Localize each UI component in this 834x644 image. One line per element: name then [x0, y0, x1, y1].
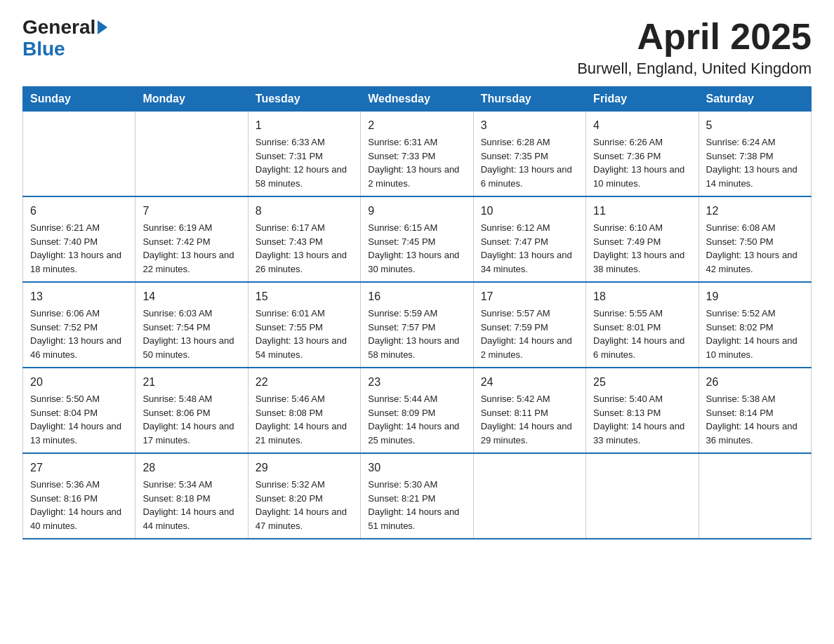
day-cell — [699, 453, 811, 539]
day-info: Sunrise: 6:10 AMSunset: 7:49 PMDaylight:… — [593, 221, 691, 276]
day-number: 23 — [368, 374, 465, 391]
day-cell — [473, 453, 585, 539]
day-number: 8 — [256, 203, 353, 220]
day-info: Sunrise: 5:38 AMSunset: 8:14 PMDaylight:… — [706, 392, 804, 447]
day-info: Sunrise: 5:57 AMSunset: 7:59 PMDaylight:… — [481, 307, 578, 361]
day-cell — [135, 112, 248, 197]
day-cell: 5Sunrise: 6:24 AMSunset: 7:38 PMDaylight… — [699, 112, 811, 197]
day-cell: 14Sunrise: 6:03 AMSunset: 7:54 PMDayligh… — [135, 282, 248, 368]
calendar-header: SundayMondayTuesdayWednesdayThursdayFrid… — [23, 87, 812, 112]
day-info: Sunrise: 5:32 AMSunset: 8:20 PMDaylight:… — [256, 478, 353, 532]
weekday-header-wednesday: Wednesday — [361, 87, 473, 112]
day-number: 22 — [256, 374, 353, 391]
week-row-5: 27Sunrise: 5:36 AMSunset: 8:16 PMDayligh… — [23, 453, 812, 539]
day-info: Sunrise: 5:46 AMSunset: 8:08 PMDaylight:… — [256, 392, 353, 447]
calendar-body: 1Sunrise: 6:33 AMSunset: 7:31 PMDaylight… — [23, 112, 812, 539]
calendar-table: SundayMondayTuesdayWednesdayThursdayFrid… — [22, 86, 812, 539]
day-cell: 3Sunrise: 6:28 AMSunset: 7:35 PMDaylight… — [473, 112, 585, 197]
day-info: Sunrise: 5:44 AMSunset: 8:09 PMDaylight:… — [368, 392, 465, 447]
day-cell: 15Sunrise: 6:01 AMSunset: 7:55 PMDayligh… — [248, 282, 360, 368]
day-cell: 20Sunrise: 5:50 AMSunset: 8:04 PMDayligh… — [23, 368, 135, 453]
day-info: Sunrise: 5:59 AMSunset: 7:57 PMDaylight:… — [368, 307, 465, 361]
day-info: Sunrise: 6:08 AMSunset: 7:50 PMDaylight:… — [706, 221, 804, 276]
day-info: Sunrise: 5:42 AMSunset: 8:11 PMDaylight:… — [481, 392, 578, 447]
day-number: 30 — [368, 459, 465, 476]
day-cell: 29Sunrise: 5:32 AMSunset: 8:20 PMDayligh… — [248, 453, 360, 539]
logo-general: General — [22, 17, 107, 39]
day-info: Sunrise: 6:21 AMSunset: 7:40 PMDaylight:… — [30, 221, 128, 276]
day-number: 15 — [256, 288, 353, 305]
logo: General Blue — [22, 17, 107, 60]
day-number: 12 — [706, 203, 804, 220]
day-cell: 2Sunrise: 6:31 AMSunset: 7:33 PMDaylight… — [361, 112, 473, 197]
day-info: Sunrise: 5:50 AMSunset: 8:04 PMDaylight:… — [30, 392, 128, 447]
day-number: 26 — [706, 374, 804, 391]
day-number: 11 — [593, 203, 691, 220]
day-number: 21 — [143, 374, 240, 391]
day-cell: 22Sunrise: 5:46 AMSunset: 8:08 PMDayligh… — [248, 368, 360, 453]
day-number: 14 — [143, 288, 240, 305]
day-info: Sunrise: 5:48 AMSunset: 8:06 PMDaylight:… — [143, 392, 240, 447]
day-info: Sunrise: 5:34 AMSunset: 8:18 PMDaylight:… — [143, 478, 240, 532]
week-row-4: 20Sunrise: 5:50 AMSunset: 8:04 PMDayligh… — [23, 368, 812, 453]
logo-blue: Blue — [22, 39, 107, 60]
weekday-header-row: SundayMondayTuesdayWednesdayThursdayFrid… — [23, 87, 812, 112]
day-info: Sunrise: 6:28 AMSunset: 7:35 PMDaylight:… — [481, 135, 578, 190]
day-number: 4 — [593, 117, 691, 134]
day-number: 24 — [481, 374, 578, 391]
day-number: 3 — [481, 117, 578, 134]
day-cell — [23, 112, 135, 197]
day-cell: 1Sunrise: 6:33 AMSunset: 7:31 PMDaylight… — [248, 112, 360, 197]
day-cell: 9Sunrise: 6:15 AMSunset: 7:45 PMDaylight… — [361, 196, 473, 282]
weekday-header-sunday: Sunday — [23, 87, 135, 112]
day-number: 27 — [30, 459, 128, 476]
day-cell: 30Sunrise: 5:30 AMSunset: 8:21 PMDayligh… — [361, 453, 473, 539]
day-info: Sunrise: 6:12 AMSunset: 7:47 PMDaylight:… — [481, 221, 578, 276]
day-info: Sunrise: 5:30 AMSunset: 8:21 PMDaylight:… — [368, 478, 465, 532]
day-number: 5 — [706, 117, 804, 134]
day-cell: 21Sunrise: 5:48 AMSunset: 8:06 PMDayligh… — [135, 368, 248, 453]
day-number: 28 — [143, 459, 240, 476]
day-info: Sunrise: 5:52 AMSunset: 8:02 PMDaylight:… — [706, 307, 804, 361]
day-number: 9 — [368, 203, 465, 220]
day-info: Sunrise: 6:33 AMSunset: 7:31 PMDaylight:… — [256, 135, 353, 190]
day-info: Sunrise: 5:40 AMSunset: 8:13 PMDaylight:… — [593, 392, 691, 447]
weekday-header-tuesday: Tuesday — [248, 87, 360, 112]
day-info: Sunrise: 5:55 AMSunset: 8:01 PMDaylight:… — [593, 307, 691, 361]
day-number: 16 — [368, 288, 465, 305]
week-row-1: 1Sunrise: 6:33 AMSunset: 7:31 PMDaylight… — [23, 112, 812, 197]
day-cell: 7Sunrise: 6:19 AMSunset: 7:42 PMDaylight… — [135, 196, 248, 282]
day-info: Sunrise: 5:36 AMSunset: 8:16 PMDaylight:… — [30, 478, 128, 532]
logo-triangle-icon — [98, 20, 107, 34]
day-info: Sunrise: 6:31 AMSunset: 7:33 PMDaylight:… — [368, 135, 465, 190]
day-cell: 28Sunrise: 5:34 AMSunset: 8:18 PMDayligh… — [135, 453, 248, 539]
day-info: Sunrise: 6:06 AMSunset: 7:52 PMDaylight:… — [30, 307, 128, 361]
day-cell: 27Sunrise: 5:36 AMSunset: 8:16 PMDayligh… — [23, 453, 135, 539]
day-cell: 4Sunrise: 6:26 AMSunset: 7:36 PMDaylight… — [586, 112, 699, 197]
day-number: 29 — [256, 459, 353, 476]
day-number: 1 — [256, 117, 353, 134]
weekday-header-thursday: Thursday — [473, 87, 585, 112]
day-cell: 12Sunrise: 6:08 AMSunset: 7:50 PMDayligh… — [699, 196, 811, 282]
day-number: 7 — [143, 203, 240, 220]
day-info: Sunrise: 6:26 AMSunset: 7:36 PMDaylight:… — [593, 135, 691, 190]
day-info: Sunrise: 6:01 AMSunset: 7:55 PMDaylight:… — [256, 307, 353, 361]
week-row-3: 13Sunrise: 6:06 AMSunset: 7:52 PMDayligh… — [23, 282, 812, 368]
day-number: 13 — [30, 288, 128, 305]
weekday-header-friday: Friday — [586, 87, 699, 112]
day-cell: 6Sunrise: 6:21 AMSunset: 7:40 PMDaylight… — [23, 196, 135, 282]
day-number: 17 — [481, 288, 578, 305]
day-cell: 10Sunrise: 6:12 AMSunset: 7:47 PMDayligh… — [473, 196, 585, 282]
day-cell: 11Sunrise: 6:10 AMSunset: 7:49 PMDayligh… — [586, 196, 699, 282]
day-cell: 23Sunrise: 5:44 AMSunset: 8:09 PMDayligh… — [361, 368, 473, 453]
day-number: 18 — [593, 288, 691, 305]
week-row-2: 6Sunrise: 6:21 AMSunset: 7:40 PMDaylight… — [23, 196, 812, 282]
day-number: 10 — [481, 203, 578, 220]
day-info: Sunrise: 6:15 AMSunset: 7:45 PMDaylight:… — [368, 221, 465, 276]
day-cell: 17Sunrise: 5:57 AMSunset: 7:59 PMDayligh… — [473, 282, 585, 368]
day-cell: 24Sunrise: 5:42 AMSunset: 8:11 PMDayligh… — [473, 368, 585, 453]
day-cell: 26Sunrise: 5:38 AMSunset: 8:14 PMDayligh… — [699, 368, 811, 453]
day-cell: 8Sunrise: 6:17 AMSunset: 7:43 PMDaylight… — [248, 196, 360, 282]
day-info: Sunrise: 6:19 AMSunset: 7:42 PMDaylight:… — [143, 221, 240, 276]
weekday-header-saturday: Saturday — [699, 87, 811, 112]
